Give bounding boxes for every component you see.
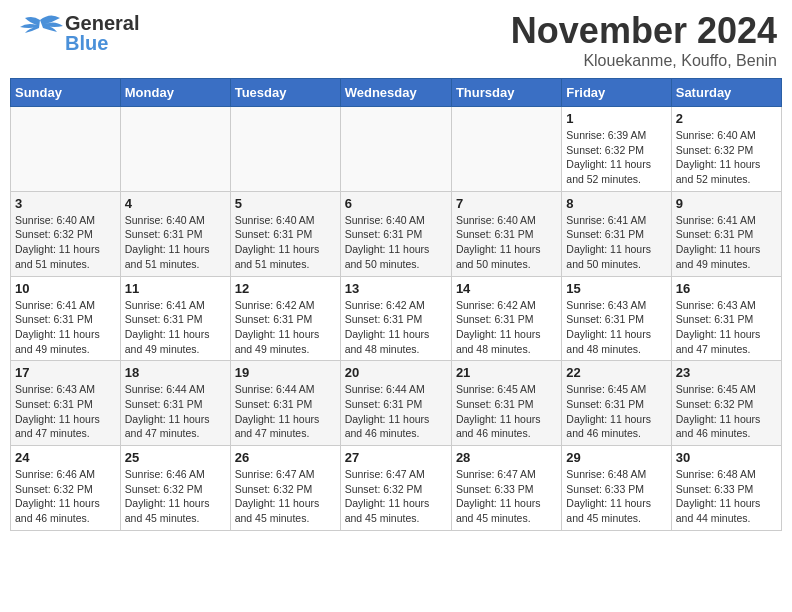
day-info: Sunrise: 6:41 AMSunset: 6:31 PMDaylight:… bbox=[125, 298, 226, 357]
day-number: 16 bbox=[676, 281, 777, 296]
day-number: 3 bbox=[15, 196, 116, 211]
day-info: Sunrise: 6:42 AMSunset: 6:31 PMDaylight:… bbox=[456, 298, 557, 357]
calendar-cell: 16Sunrise: 6:43 AMSunset: 6:31 PMDayligh… bbox=[671, 276, 781, 361]
day-info: Sunrise: 6:40 AMSunset: 6:31 PMDaylight:… bbox=[456, 213, 557, 272]
day-number: 9 bbox=[676, 196, 777, 211]
day-info: Sunrise: 6:40 AMSunset: 6:32 PMDaylight:… bbox=[15, 213, 116, 272]
day-number: 24 bbox=[15, 450, 116, 465]
day-number: 23 bbox=[676, 365, 777, 380]
logo: General Blue bbox=[15, 10, 139, 55]
day-info: Sunrise: 6:48 AMSunset: 6:33 PMDaylight:… bbox=[566, 467, 666, 526]
day-number: 10 bbox=[15, 281, 116, 296]
day-info: Sunrise: 6:44 AMSunset: 6:31 PMDaylight:… bbox=[235, 382, 336, 441]
day-number: 6 bbox=[345, 196, 447, 211]
day-number: 27 bbox=[345, 450, 447, 465]
logo-general: General bbox=[65, 13, 139, 33]
calendar-cell: 7Sunrise: 6:40 AMSunset: 6:31 PMDaylight… bbox=[451, 191, 561, 276]
calendar-week-row: 10Sunrise: 6:41 AMSunset: 6:31 PMDayligh… bbox=[11, 276, 782, 361]
day-info: Sunrise: 6:42 AMSunset: 6:31 PMDaylight:… bbox=[345, 298, 447, 357]
logo-blue: Blue bbox=[65, 33, 139, 53]
calendar-week-row: 24Sunrise: 6:46 AMSunset: 6:32 PMDayligh… bbox=[11, 446, 782, 531]
weekday-header: Saturday bbox=[671, 79, 781, 107]
day-number: 21 bbox=[456, 365, 557, 380]
calendar-cell: 22Sunrise: 6:45 AMSunset: 6:31 PMDayligh… bbox=[562, 361, 671, 446]
calendar-cell bbox=[340, 107, 451, 192]
calendar-cell: 29Sunrise: 6:48 AMSunset: 6:33 PMDayligh… bbox=[562, 446, 671, 531]
calendar-cell: 15Sunrise: 6:43 AMSunset: 6:31 PMDayligh… bbox=[562, 276, 671, 361]
day-number: 7 bbox=[456, 196, 557, 211]
calendar-cell bbox=[11, 107, 121, 192]
day-number: 12 bbox=[235, 281, 336, 296]
calendar-cell: 12Sunrise: 6:42 AMSunset: 6:31 PMDayligh… bbox=[230, 276, 340, 361]
day-info: Sunrise: 6:45 AMSunset: 6:31 PMDaylight:… bbox=[566, 382, 666, 441]
calendar-week-row: 17Sunrise: 6:43 AMSunset: 6:31 PMDayligh… bbox=[11, 361, 782, 446]
day-number: 14 bbox=[456, 281, 557, 296]
day-info: Sunrise: 6:40 AMSunset: 6:31 PMDaylight:… bbox=[345, 213, 447, 272]
day-info: Sunrise: 6:47 AMSunset: 6:32 PMDaylight:… bbox=[345, 467, 447, 526]
day-info: Sunrise: 6:40 AMSunset: 6:32 PMDaylight:… bbox=[676, 128, 777, 187]
day-number: 15 bbox=[566, 281, 666, 296]
calendar-cell: 19Sunrise: 6:44 AMSunset: 6:31 PMDayligh… bbox=[230, 361, 340, 446]
calendar-cell: 3Sunrise: 6:40 AMSunset: 6:32 PMDaylight… bbox=[11, 191, 121, 276]
month-title: November 2024 bbox=[511, 10, 777, 52]
day-info: Sunrise: 6:44 AMSunset: 6:31 PMDaylight:… bbox=[125, 382, 226, 441]
calendar-cell: 27Sunrise: 6:47 AMSunset: 6:32 PMDayligh… bbox=[340, 446, 451, 531]
location: Klouekanme, Kouffo, Benin bbox=[511, 52, 777, 70]
day-info: Sunrise: 6:43 AMSunset: 6:31 PMDaylight:… bbox=[676, 298, 777, 357]
calendar-cell: 26Sunrise: 6:47 AMSunset: 6:32 PMDayligh… bbox=[230, 446, 340, 531]
calendar-cell: 21Sunrise: 6:45 AMSunset: 6:31 PMDayligh… bbox=[451, 361, 561, 446]
calendar-cell bbox=[230, 107, 340, 192]
day-info: Sunrise: 6:39 AMSunset: 6:32 PMDaylight:… bbox=[566, 128, 666, 187]
logo-text: General Blue bbox=[65, 13, 139, 53]
calendar-cell: 1Sunrise: 6:39 AMSunset: 6:32 PMDaylight… bbox=[562, 107, 671, 192]
day-info: Sunrise: 6:41 AMSunset: 6:31 PMDaylight:… bbox=[15, 298, 116, 357]
calendar-cell: 11Sunrise: 6:41 AMSunset: 6:31 PMDayligh… bbox=[120, 276, 230, 361]
day-info: Sunrise: 6:43 AMSunset: 6:31 PMDaylight:… bbox=[15, 382, 116, 441]
day-number: 4 bbox=[125, 196, 226, 211]
calendar-cell: 25Sunrise: 6:46 AMSunset: 6:32 PMDayligh… bbox=[120, 446, 230, 531]
calendar-cell: 18Sunrise: 6:44 AMSunset: 6:31 PMDayligh… bbox=[120, 361, 230, 446]
calendar-cell: 14Sunrise: 6:42 AMSunset: 6:31 PMDayligh… bbox=[451, 276, 561, 361]
calendar-cell: 8Sunrise: 6:41 AMSunset: 6:31 PMDaylight… bbox=[562, 191, 671, 276]
day-info: Sunrise: 6:45 AMSunset: 6:31 PMDaylight:… bbox=[456, 382, 557, 441]
day-number: 11 bbox=[125, 281, 226, 296]
day-number: 13 bbox=[345, 281, 447, 296]
day-info: Sunrise: 6:48 AMSunset: 6:33 PMDaylight:… bbox=[676, 467, 777, 526]
calendar-header-row: SundayMondayTuesdayWednesdayThursdayFrid… bbox=[11, 79, 782, 107]
title-block: November 2024 Klouekanme, Kouffo, Benin bbox=[511, 10, 777, 70]
day-info: Sunrise: 6:47 AMSunset: 6:32 PMDaylight:… bbox=[235, 467, 336, 526]
day-number: 30 bbox=[676, 450, 777, 465]
day-number: 25 bbox=[125, 450, 226, 465]
day-number: 17 bbox=[15, 365, 116, 380]
calendar-cell: 20Sunrise: 6:44 AMSunset: 6:31 PMDayligh… bbox=[340, 361, 451, 446]
day-info: Sunrise: 6:42 AMSunset: 6:31 PMDaylight:… bbox=[235, 298, 336, 357]
day-info: Sunrise: 6:41 AMSunset: 6:31 PMDaylight:… bbox=[676, 213, 777, 272]
weekday-header: Tuesday bbox=[230, 79, 340, 107]
day-info: Sunrise: 6:40 AMSunset: 6:31 PMDaylight:… bbox=[125, 213, 226, 272]
calendar-cell: 2Sunrise: 6:40 AMSunset: 6:32 PMDaylight… bbox=[671, 107, 781, 192]
day-info: Sunrise: 6:46 AMSunset: 6:32 PMDaylight:… bbox=[15, 467, 116, 526]
day-number: 2 bbox=[676, 111, 777, 126]
calendar-cell bbox=[120, 107, 230, 192]
day-number: 19 bbox=[235, 365, 336, 380]
day-info: Sunrise: 6:41 AMSunset: 6:31 PMDaylight:… bbox=[566, 213, 666, 272]
calendar-cell: 5Sunrise: 6:40 AMSunset: 6:31 PMDaylight… bbox=[230, 191, 340, 276]
calendar-week-row: 1Sunrise: 6:39 AMSunset: 6:32 PMDaylight… bbox=[11, 107, 782, 192]
day-info: Sunrise: 6:43 AMSunset: 6:31 PMDaylight:… bbox=[566, 298, 666, 357]
day-number: 26 bbox=[235, 450, 336, 465]
day-number: 5 bbox=[235, 196, 336, 211]
day-number: 20 bbox=[345, 365, 447, 380]
day-number: 1 bbox=[566, 111, 666, 126]
weekday-header: Wednesday bbox=[340, 79, 451, 107]
weekday-header: Friday bbox=[562, 79, 671, 107]
calendar-table: SundayMondayTuesdayWednesdayThursdayFrid… bbox=[10, 78, 782, 531]
day-number: 18 bbox=[125, 365, 226, 380]
day-info: Sunrise: 6:40 AMSunset: 6:31 PMDaylight:… bbox=[235, 213, 336, 272]
calendar-cell: 28Sunrise: 6:47 AMSunset: 6:33 PMDayligh… bbox=[451, 446, 561, 531]
day-info: Sunrise: 6:47 AMSunset: 6:33 PMDaylight:… bbox=[456, 467, 557, 526]
day-info: Sunrise: 6:45 AMSunset: 6:32 PMDaylight:… bbox=[676, 382, 777, 441]
calendar-cell: 10Sunrise: 6:41 AMSunset: 6:31 PMDayligh… bbox=[11, 276, 121, 361]
page-header: General Blue November 2024 Klouekanme, K… bbox=[10, 10, 782, 70]
day-number: 28 bbox=[456, 450, 557, 465]
calendar-cell: 23Sunrise: 6:45 AMSunset: 6:32 PMDayligh… bbox=[671, 361, 781, 446]
